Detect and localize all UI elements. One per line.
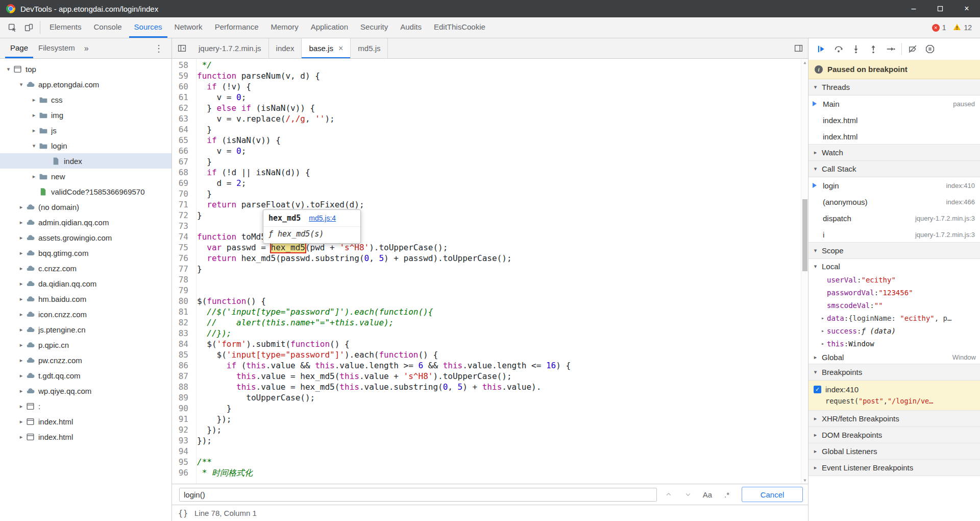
line-number[interactable]: 78 (172, 274, 192, 285)
line-number[interactable]: 59 (172, 70, 192, 81)
thread-row[interactable]: index.html (808, 112, 980, 128)
code-line-91[interactable]: 91 }); (172, 414, 808, 424)
code-line-60[interactable]: 60 if (!v) { (172, 81, 808, 92)
tree-item-icon-cnzz-com[interactable]: ▸icon.cnzz.com (0, 306, 172, 322)
triangle-right-icon[interactable]: ▸ (30, 97, 38, 103)
editor-panel-toggle-icon[interactable] (789, 38, 808, 58)
stack-frame-login[interactable]: loginindex:410 (808, 177, 980, 194)
tree-item-bqq-gtimg-com[interactable]: ▸bqq.gtimg.com (0, 245, 172, 260)
triangle-right-icon[interactable]: ▸ (17, 372, 26, 379)
triangle-down-icon[interactable]: ▾ (4, 66, 13, 73)
tooltip-source-link[interactable]: md5.js:4 (309, 213, 336, 224)
search-next-button[interactable] (680, 487, 696, 502)
code-line-92[interactable]: 92 }); (172, 424, 808, 435)
tree-item-assets-growingio-com[interactable]: ▸assets.growingio.com (0, 230, 172, 245)
line-number[interactable]: 80 (172, 296, 192, 306)
line-number[interactable]: 62 (172, 103, 192, 113)
tree-item-index[interactable]: index (0, 153, 172, 169)
line-number[interactable]: 63 (172, 113, 192, 124)
tree-item-da-qidian-qq-com[interactable]: ▸da.qidian.qq.com (0, 276, 172, 291)
scrollbar-thumb[interactable] (802, 199, 807, 271)
code-line-81[interactable]: 81 //$('input[type="password"]').each(fu… (172, 306, 808, 317)
triangle-right-icon[interactable]: ▸ (17, 342, 26, 348)
triangle-right-icon[interactable]: ▸ (17, 311, 26, 318)
code-line-85[interactable]: 85 $('input[type="password"]').each(func… (172, 349, 808, 360)
scope-variable-data[interactable]: ▸data: {loginName: "ecithy", p… (808, 312, 980, 324)
line-number[interactable]: 94 (172, 446, 192, 457)
triangle-right-icon[interactable]: ▸ (820, 328, 826, 334)
triangle-right-icon[interactable]: ▸ (17, 388, 26, 394)
breakpoint-snippet[interactable]: request("post", "/login/ve… (825, 395, 975, 407)
step-out-icon[interactable] (865, 40, 882, 58)
line-number[interactable]: 82 (172, 317, 192, 328)
stack-frame-i[interactable]: ijquery-1.7.2.min.js:3 (808, 226, 980, 243)
minimize-icon[interactable]: – (900, 0, 927, 17)
tree-item-img[interactable]: ▸img (0, 107, 172, 123)
inspect-icon[interactable] (4, 19, 20, 36)
triangle-right-icon[interactable]: ▸ (30, 112, 38, 119)
tree-item-index-html[interactable]: ▸index.html (0, 429, 172, 444)
line-number[interactable]: 76 (172, 253, 192, 264)
scroll-down-icon[interactable]: ▼ (801, 477, 808, 484)
regex-button[interactable]: .* (719, 487, 734, 502)
line-number[interactable]: 93 (172, 435, 192, 446)
line-number[interactable]: 66 (172, 146, 192, 156)
error-badge[interactable]: × 1 (932, 23, 946, 32)
scope-variable-this[interactable]: ▸this: Window (808, 337, 980, 350)
tree-item-hm-baidu-com[interactable]: ▸hm.baidu.com (0, 291, 172, 306)
triangle-right-icon[interactable]: ▸ (17, 280, 26, 287)
triangle-right-icon[interactable]: ▸ (17, 357, 26, 364)
highlighted-token[interactable]: hex_md5 (271, 243, 305, 252)
code-line-67[interactable]: 67 } (172, 156, 808, 167)
close-icon[interactable]: × (953, 0, 980, 17)
triangle-right-icon[interactable]: ▸ (17, 219, 26, 226)
thread-row[interactable]: Mainpaused (808, 96, 980, 112)
line-number[interactable]: 65 (172, 135, 192, 146)
line-number[interactable]: 72 (172, 210, 192, 221)
tree-item-validcode-1585366969570[interactable]: validCode?1585366969570 (0, 184, 172, 199)
code-line-82[interactable]: 82 // alert(this.name+"="+this.value); (172, 317, 808, 328)
breakpoints-section-header[interactable]: ▾ Breakpoints (808, 364, 980, 381)
editor-tab-index[interactable]: index (269, 38, 302, 58)
code-line-95[interactable]: 95/** (172, 457, 808, 467)
threads-section-header[interactable]: ▾ Threads (808, 79, 980, 96)
step-over-icon[interactable] (830, 40, 847, 58)
thread-row[interactable]: index.html (808, 128, 980, 145)
triangle-right-icon[interactable]: ▸ (17, 234, 26, 241)
watch-section-header[interactable]: ▸ Watch (808, 144, 980, 161)
tree-item-item[interactable]: ▸: (0, 398, 172, 414)
close-icon[interactable]: × (338, 44, 343, 53)
code-line-71[interactable]: 71 return parseFloat(v).toFixed(d); (172, 199, 808, 210)
line-number[interactable]: 74 (172, 231, 192, 242)
tree-item-css[interactable]: ▸css (0, 92, 172, 107)
editor-tab-jquery-1-7-2-min-js[interactable]: jquery-1.7.2.min.js (191, 38, 269, 58)
line-number[interactable]: 89 (172, 392, 192, 403)
deactivate-breakpoints-icon[interactable] (904, 40, 921, 58)
triangle-down-icon[interactable]: ▾ (17, 81, 26, 88)
navigator-toggle-icon[interactable] (172, 38, 191, 58)
overflow-chevron-icon[interactable]: » (82, 44, 91, 53)
breakpoint-checkbox[interactable]: ✓ (814, 386, 821, 393)
code-line-88[interactable]: 88 this.value = hex_md5(this.value.subst… (172, 382, 808, 392)
code-line-94[interactable]: 94 (172, 446, 808, 457)
triangle-right-icon[interactable]: ▸ (17, 326, 26, 333)
line-number[interactable]: 92 (172, 424, 192, 435)
warning-badge[interactable]: 12 (953, 23, 972, 33)
resume-icon[interactable] (813, 40, 830, 58)
line-number[interactable]: 79 (172, 285, 192, 296)
tab-filesystem[interactable]: Filesystem (33, 38, 80, 58)
code-line-87[interactable]: 87 this.value = hex_md5(this.value + 's^… (172, 371, 808, 382)
code-line-84[interactable]: 84 $('form').submit(function() { (172, 339, 808, 349)
tab-network[interactable]: Network (169, 17, 208, 38)
xhr-fetch-breakpoints-section-header[interactable]: ▸XHR/fetch Breakpoints (808, 410, 980, 427)
tab-console[interactable]: Console (89, 17, 127, 38)
call-stack-section-header[interactable]: ▾ Call Stack (808, 160, 980, 177)
code-line-80[interactable]: 80$(function() { (172, 296, 808, 306)
tab-sources[interactable]: Sources (129, 17, 167, 38)
triangle-right-icon[interactable]: ▸ (17, 403, 26, 410)
tab-audits[interactable]: Audits (395, 17, 427, 38)
line-number[interactable]: 77 (172, 264, 192, 274)
tree-item-t-gdt-qq-com[interactable]: ▸t.gdt.qq.com (0, 368, 172, 383)
code-line-65[interactable]: 65 if (isNaN(v)) { (172, 135, 808, 146)
tab-elements[interactable]: Elements (44, 17, 87, 38)
